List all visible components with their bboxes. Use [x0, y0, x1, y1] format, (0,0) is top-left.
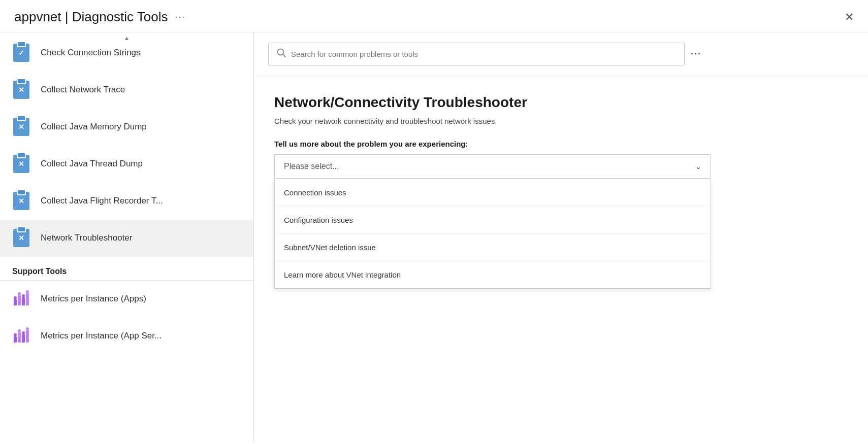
search-bar: [268, 43, 685, 65]
problem-type-dropdown[interactable]: Please select... ⌄: [274, 154, 711, 179]
metrics-per-instance-appser-icon: [12, 327, 30, 345]
title-ellipsis-menu[interactable]: ···: [175, 12, 186, 22]
svg-point-7: [26, 290, 29, 293]
collect-java-flight-recorder-icon: [12, 192, 30, 210]
tool-title: Network/Connectivity Troubleshooter: [274, 94, 848, 111]
sidebar-item-collect-java-flight-recorder[interactable]: Collect Java Flight Recorder T...: [0, 183, 253, 220]
search-icon: [277, 48, 286, 60]
check-connection-strings-icon: [12, 44, 30, 62]
svg-point-4: [14, 296, 17, 299]
sidebar-item-metrics-per-instance-appser[interactable]: Metrics per Instance (App Ser...: [0, 318, 253, 355]
sidebar-item-collect-java-memory-dump[interactable]: Collect Java Memory Dump: [0, 109, 253, 146]
svg-point-5: [18, 292, 21, 295]
tool-description: Check your network connectivity and trou…: [274, 117, 848, 125]
svg-line-17: [283, 54, 285, 57]
collect-java-memory-dump-icon: [12, 118, 30, 136]
svg-rect-11: [26, 330, 29, 343]
sidebar-item-label: Collect Java Flight Recorder T...: [41, 196, 163, 206]
sidebar-item-metrics-per-instance-apps[interactable]: Metrics per Instance (Apps): [0, 281, 253, 318]
svg-point-12: [14, 333, 17, 336]
dropdown-menu: Connection issues Configuration issues S…: [274, 179, 711, 289]
svg-point-15: [26, 327, 29, 330]
sidebar-item-label: Collect Java Memory Dump: [41, 122, 147, 132]
metrics-per-instance-apps-icon: [12, 290, 30, 308]
svg-rect-3: [26, 293, 29, 305]
main-layout: ▲ Check Connection Strings Collect Netwo…: [0, 32, 868, 442]
collect-java-thread-dump-icon: [12, 155, 30, 173]
support-tools-section-header: Support Tools: [0, 259, 253, 281]
svg-rect-8: [14, 336, 17, 343]
dropdown-item-configuration-issues[interactable]: Configuration issues: [275, 207, 711, 234]
content-body: Network/Connectivity Troubleshooter Chec…: [254, 76, 868, 197]
sidebar-item-label: Network Troubleshooter: [41, 233, 132, 243]
sidebar: ▲ Check Connection Strings Collect Netwo…: [0, 32, 254, 442]
chevron-down-icon: ⌄: [695, 162, 701, 170]
sidebar-scroll: Check Connection Strings Collect Network…: [0, 32, 253, 442]
dropdown-item-learn-vnet-integration[interactable]: Learn more about VNet integration: [275, 261, 711, 288]
svg-rect-2: [22, 297, 25, 305]
scroll-up-indicator: ▲: [122, 32, 132, 44]
svg-rect-1: [18, 295, 21, 305]
sidebar-item-label: Metrics per Instance (App Ser...: [41, 331, 162, 341]
close-button[interactable]: ✕: [845, 12, 854, 23]
sidebar-item-collect-java-thread-dump[interactable]: Collect Java Thread Dump: [0, 146, 253, 183]
form-label: Tell us more about the problem you are e…: [274, 140, 848, 148]
search-input[interactable]: [291, 50, 676, 58]
svg-rect-9: [18, 332, 21, 343]
dropdown-item-subnet-vnet-deletion[interactable]: Subnet/VNet deletion issue: [275, 234, 711, 261]
svg-point-6: [22, 294, 25, 297]
title-bar: appvnet | Diagnostic Tools ··· ✕: [0, 0, 868, 32]
sidebar-item-label: Metrics per Instance (Apps): [41, 294, 146, 304]
svg-point-13: [18, 329, 21, 332]
sidebar-item-network-troubleshooter[interactable]: Network Troubleshooter: [0, 220, 253, 257]
svg-rect-0: [14, 299, 17, 305]
sidebar-item-label: Collect Network Trace: [41, 85, 125, 95]
svg-rect-10: [22, 334, 25, 343]
collect-network-trace-icon: [12, 81, 30, 99]
dropdown-item-connection-issues[interactable]: Connection issues: [275, 179, 711, 207]
dropdown-placeholder: Please select...: [284, 162, 339, 171]
sidebar-item-collect-network-trace[interactable]: Collect Network Trace: [0, 72, 253, 109]
search-more-options[interactable]: ···: [691, 49, 701, 59]
dropdown-container: Please select... ⌄ Connection issues Con…: [274, 154, 711, 179]
page-title: appvnet | Diagnostic Tools: [14, 9, 168, 25]
content-area: ··· Network/Connectivity Troubleshooter …: [254, 32, 868, 442]
network-troubleshooter-icon: [12, 229, 30, 247]
search-bar-container: ···: [254, 32, 868, 76]
sidebar-item-label: Check Connection Strings: [41, 48, 141, 58]
sidebar-item-label: Collect Java Thread Dump: [41, 159, 143, 169]
svg-point-14: [22, 331, 25, 334]
